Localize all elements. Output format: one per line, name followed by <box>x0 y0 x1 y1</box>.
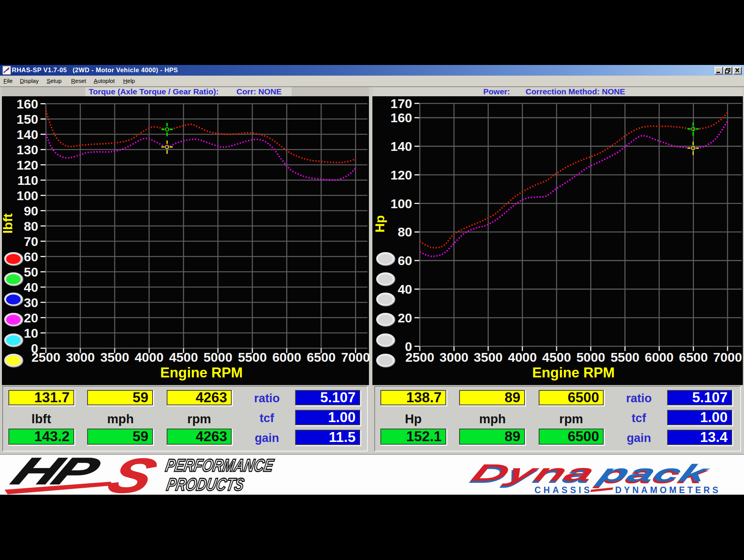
svg-text:6500: 6500 <box>307 350 336 364</box>
svg-text:lbft: lbft <box>0 214 15 234</box>
svg-text:20: 20 <box>398 311 412 325</box>
svg-text:5500: 5500 <box>238 350 267 364</box>
svg-text:100: 100 <box>16 188 38 203</box>
svg-text:80: 80 <box>398 225 412 239</box>
svg-text:5000: 5000 <box>576 350 605 364</box>
svg-text:20: 20 <box>24 311 38 325</box>
svg-text:CHASSIS: CHASSIS <box>534 485 592 495</box>
svg-text:3000: 3000 <box>66 350 95 364</box>
svg-text:6000: 6000 <box>645 350 674 364</box>
svg-text:40: 40 <box>24 280 38 295</box>
svg-text:90: 90 <box>24 204 38 218</box>
svg-text:PRODUCTS: PRODUCTS <box>165 474 246 494</box>
svg-text:DYNAMOMETERS: DYNAMOMETERS <box>615 485 721 495</box>
svg-text:30: 30 <box>24 295 38 310</box>
svg-text:S: S <box>100 454 165 496</box>
svg-text:4500: 4500 <box>542 350 571 364</box>
svg-text:7000: 7000 <box>341 350 370 364</box>
svg-text:3000: 3000 <box>440 350 469 364</box>
svg-text:140: 140 <box>16 127 38 142</box>
svg-text:Engine RPM: Engine RPM <box>532 365 615 380</box>
svg-text:3500: 3500 <box>474 350 503 364</box>
svg-text:50: 50 <box>24 265 38 279</box>
svg-text:170: 170 <box>390 96 412 111</box>
svg-text:130: 130 <box>16 142 38 157</box>
svg-text:4000: 4000 <box>508 350 537 364</box>
svg-text:80: 80 <box>24 219 38 233</box>
svg-text:150: 150 <box>16 112 38 126</box>
svg-text:Dyna: Dyna <box>467 459 599 486</box>
svg-text:4000: 4000 <box>135 350 164 364</box>
svg-text:160: 160 <box>390 110 412 125</box>
svg-text:120: 120 <box>16 158 38 172</box>
svg-text:60: 60 <box>24 249 38 264</box>
svg-text:2500: 2500 <box>31 350 60 364</box>
svg-text:40: 40 <box>398 282 412 296</box>
svg-text:60: 60 <box>398 253 412 268</box>
svg-text:120: 120 <box>390 168 412 182</box>
svg-text:5500: 5500 <box>611 350 640 364</box>
svg-text:100: 100 <box>390 196 412 211</box>
svg-text:140: 140 <box>390 139 412 154</box>
svg-text:2500: 2500 <box>405 350 434 364</box>
svg-text:6000: 6000 <box>272 350 301 364</box>
svg-text:PERFORMANCE: PERFORMANCE <box>164 455 275 475</box>
svg-text:Engine RPM: Engine RPM <box>160 365 243 380</box>
svg-text:Hp: Hp <box>372 215 387 232</box>
svg-text:110: 110 <box>17 173 38 188</box>
svg-text:4500: 4500 <box>169 350 198 364</box>
svg-text:pack: pack <box>593 460 715 487</box>
svg-text:5000: 5000 <box>203 350 232 364</box>
svg-text:10: 10 <box>24 326 38 340</box>
svg-text:3500: 3500 <box>100 350 129 364</box>
svg-text:70: 70 <box>24 234 38 249</box>
svg-text:7000: 7000 <box>713 350 742 364</box>
svg-text:160: 160 <box>16 97 38 111</box>
svg-text:6500: 6500 <box>679 350 708 364</box>
